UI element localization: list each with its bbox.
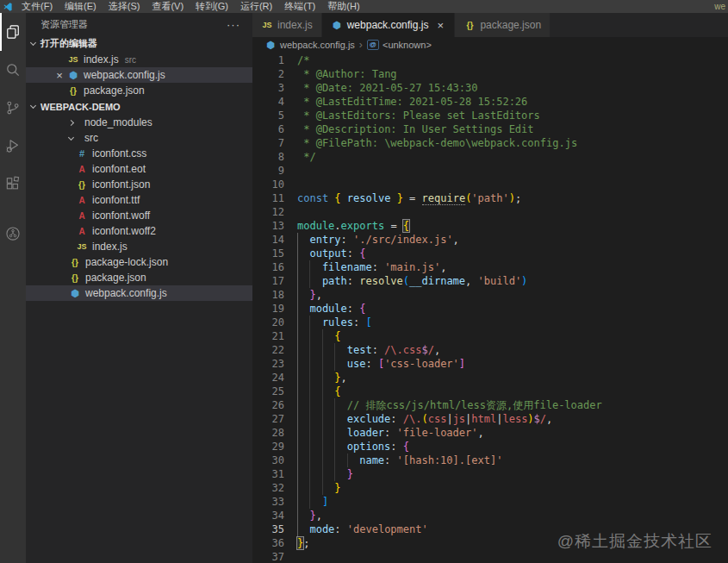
breadcrumb-symbol[interactable]: <unknown>	[383, 40, 432, 50]
code-line[interactable]: 5 * @LastEditors: Please set LastEditors	[252, 109, 728, 122]
line-content: rules: [	[284, 316, 372, 329]
code-token: html	[471, 413, 496, 425]
code-line[interactable]: 28loader: 'file-loader',	[252, 426, 728, 440]
menu-item[interactable]: 选择(S)	[103, 1, 146, 11]
code-line[interactable]: 17path: resolve(__dirname, 'build')	[252, 274, 728, 288]
close-icon[interactable]: ×	[435, 19, 445, 32]
indent-guide	[322, 357, 334, 371]
code-line[interactable]: 3 * @Date: 2021-05-27 15:43:30	[252, 81, 728, 95]
menu-item[interactable]: 帮助(H)	[321, 1, 365, 11]
remote-explorer-icon[interactable]	[0, 215, 26, 253]
open-editor-item[interactable]: JSindex.jssrc	[26, 52, 252, 67]
menu-item[interactable]: 编辑(E)	[59, 1, 103, 11]
tree-file-index.js[interactable]: JSindex.js	[26, 239, 252, 254]
code-token: // 排除css/js/html/less资源,使用file-loader	[347, 399, 602, 411]
line-number: 12	[252, 205, 284, 219]
breadcrumb[interactable]: ⬢ webpack.config.js › @ <unknown>	[252, 37, 728, 53]
line-content: use: ['css-loader']	[284, 357, 465, 371]
indent-guide	[322, 385, 334, 398]
tab-index.js[interactable]: JSindex.js	[252, 13, 321, 37]
tree-file-package-lock.json[interactable]: {}package-lock.json	[26, 254, 252, 270]
vscode-logo-icon	[0, 0, 16, 13]
tree-file-package.json[interactable]: {}package.json	[26, 270, 252, 285]
code-line[interactable]: 25{	[252, 385, 728, 398]
line-number: 26	[252, 398, 284, 412]
tree-file-iconfont.woff2[interactable]: Aiconfont.woff2	[26, 223, 252, 239]
menu-item[interactable]: 终端(T)	[278, 1, 321, 11]
code-line[interactable]: 24},	[252, 371, 728, 385]
run-debug-icon[interactable]	[0, 127, 26, 165]
code-line[interactable]: 7 * @FilePath: \webpack-demo\webpack.con…	[252, 136, 728, 150]
tree-folder-src[interactable]: src	[26, 130, 252, 146]
code-line[interactable]: 1/*	[252, 53, 728, 67]
tab-package.json[interactable]: {}package.json	[455, 13, 550, 37]
code-line[interactable]: 11const { resolve } = require('path');	[252, 191, 728, 205]
code-token: ,	[316, 289, 322, 301]
close-icon[interactable]: ×	[52, 69, 67, 82]
tree-file-iconfont.ttf[interactable]: Aiconfont.ttf	[26, 192, 252, 208]
code-line[interactable]: 8 */	[252, 150, 728, 164]
code-line[interactable]: 23use: ['css-loader']	[252, 357, 728, 371]
tree-folder-node_modules[interactable]: node_modules	[26, 115, 252, 130]
code-token: $	[421, 344, 427, 356]
search-icon[interactable]	[0, 51, 26, 89]
code-line[interactable]: 27exclude: /\.(css|js|html|less)$/,	[252, 412, 728, 426]
code-line[interactable]: 18},	[252, 288, 728, 302]
code-editor[interactable]: 1/*2 * @Author: Tang3 * @Date: 2021-05-2…	[252, 53, 728, 563]
code-line[interactable]: 33]	[252, 495, 728, 509]
line-number: 17	[252, 274, 284, 288]
code-line[interactable]: 22test: /\.css$/,	[252, 343, 728, 357]
tree-file-iconfont.eot[interactable]: Aiconfont.eot	[26, 161, 252, 177]
code-line[interactable]: 19module: {	[252, 302, 728, 316]
tree-file-iconfont.woff[interactable]: Aiconfont.woff	[26, 208, 252, 223]
more-actions-icon[interactable]: ···	[221, 18, 246, 31]
code-token: '[hash:10].[ext]'	[397, 454, 503, 466]
tab-webpack.config.js[interactable]: ⬢webpack.config.js×	[322, 13, 455, 37]
tree-file-iconfont.css[interactable]: #iconfont.css	[26, 146, 252, 161]
explorer-icon[interactable]	[0, 13, 26, 51]
open-editors-header[interactable]: 打开的编辑器	[26, 35, 252, 52]
code-line[interactable]: 6 * @Description: In User Settings Edit	[252, 122, 728, 136]
line-number: 37	[252, 550, 284, 563]
code-line[interactable]: 12	[252, 205, 728, 219]
code-line[interactable]: 15output: {	[252, 247, 728, 260]
code-line[interactable]: 26// 排除css/js/html/less资源,使用file-loader	[252, 398, 728, 412]
code-token: :	[372, 344, 384, 356]
open-editor-item[interactable]: {}package.json	[26, 83, 252, 98]
code-line[interactable]: 9	[252, 164, 728, 178]
indent-guide	[309, 426, 321, 440]
menu-item[interactable]: 文件(F)	[16, 1, 59, 11]
symbol-icon: @	[367, 40, 379, 50]
code-token: rules	[322, 316, 353, 328]
code-token: {	[403, 441, 409, 453]
extensions-icon[interactable]	[0, 165, 26, 203]
menu-item[interactable]: 转到(G)	[190, 1, 234, 11]
indent-guide	[322, 454, 334, 467]
tree-file-iconfont.json[interactable]: {}iconfont.json	[26, 177, 252, 192]
indent-guide	[297, 467, 309, 481]
tree-item-label: iconfont.woff	[92, 210, 150, 222]
code-token: ;	[303, 537, 309, 549]
code-line[interactable]: 29options: {	[252, 440, 728, 454]
menu-item[interactable]: 运行(R)	[234, 1, 278, 11]
code-line[interactable]: 16filename: 'main.js',	[252, 260, 728, 274]
source-control-icon[interactable]	[0, 89, 26, 127]
code-line[interactable]: 34},	[252, 509, 728, 522]
code-line[interactable]: 30name: '[hash:10].[ext]'	[252, 454, 728, 467]
open-editor-item[interactable]: ×⬢webpack.config.js	[26, 67, 252, 83]
breadcrumb-file[interactable]: webpack.config.js	[280, 40, 355, 50]
code-line[interactable]: 20rules: [	[252, 316, 728, 329]
tree-file-webpack.config.js[interactable]: ⬢webpack.config.js	[26, 285, 252, 301]
code-line[interactable]: 14entry: './src/index.js',	[252, 233, 728, 247]
project-root-header[interactable]: WEBPACK-DEMO	[26, 98, 252, 115]
tab-bar: JSindex.js⬢webpack.config.js×{}package.j…	[252, 13, 728, 37]
code-line[interactable]: 13module.exports = {	[252, 219, 728, 233]
code-line[interactable]: 21{	[252, 329, 728, 343]
code-line[interactable]: 31}	[252, 467, 728, 481]
menu-item[interactable]: 查看(V)	[146, 1, 190, 11]
code-line[interactable]: 32}	[252, 481, 728, 495]
code-token: =	[403, 192, 422, 204]
code-line[interactable]: 4 * @LastEditTime: 2021-05-28 15:52:26	[252, 95, 728, 109]
code-line[interactable]: 2 * @Author: Tang	[252, 67, 728, 81]
code-line[interactable]: 10	[252, 178, 728, 191]
